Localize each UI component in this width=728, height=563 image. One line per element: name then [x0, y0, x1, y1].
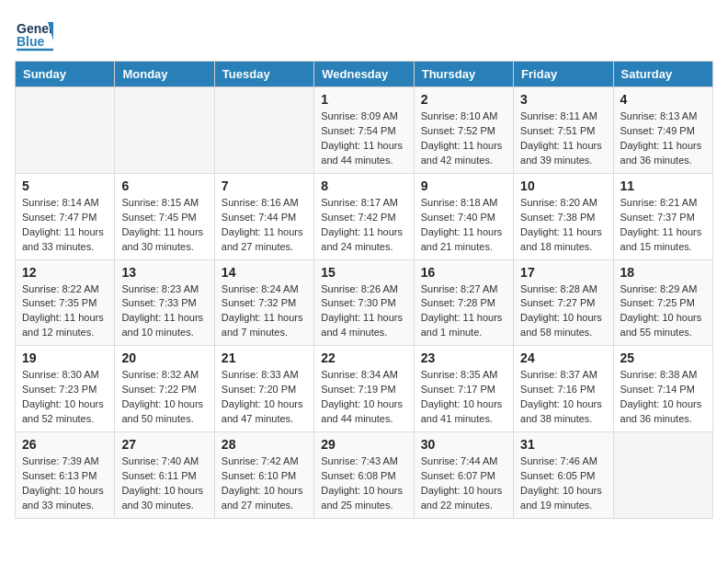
- day-number: 28: [222, 437, 307, 452]
- day-info: Sunrise: 8:11 AMSunset: 7:51 PMDaylight:…: [520, 109, 606, 168]
- calendar-cell: 6Sunrise: 8:15 AMSunset: 7:45 PMDaylight…: [115, 173, 214, 259]
- day-number: 13: [121, 265, 207, 280]
- day-number: 19: [22, 350, 108, 365]
- logo-icon: General Blue: [15, 15, 53, 53]
- day-info: Sunrise: 8:32 AMSunset: 7:22 PMDaylight:…: [121, 368, 207, 427]
- day-number: 14: [222, 265, 307, 280]
- header-day-tuesday: Tuesday: [214, 62, 313, 87]
- calendar-cell: 27Sunrise: 7:40 AMSunset: 6:11 PMDayligh…: [115, 432, 214, 519]
- day-info: Sunrise: 7:43 AMSunset: 6:08 PMDaylight:…: [321, 454, 406, 513]
- day-info: Sunrise: 8:38 AMSunset: 7:14 PMDaylight:…: [620, 368, 706, 427]
- day-number: 31: [520, 437, 606, 452]
- calendar-cell: [16, 87, 115, 174]
- day-number: 18: [620, 265, 706, 280]
- calendar-table: SundayMondayTuesdayWednesdayThursdayFrid…: [15, 61, 713, 519]
- page-header: General Blue: [15, 15, 713, 53]
- header-day-wednesday: Wednesday: [314, 62, 414, 87]
- day-number: 10: [520, 178, 606, 193]
- day-number: 20: [121, 350, 207, 365]
- day-number: 9: [421, 178, 506, 193]
- calendar-cell: 20Sunrise: 8:32 AMSunset: 7:22 PMDayligh…: [115, 346, 214, 432]
- day-info: Sunrise: 8:23 AMSunset: 7:33 PMDaylight:…: [121, 282, 207, 341]
- day-number: 17: [520, 265, 606, 280]
- day-number: 2: [421, 92, 506, 107]
- calendar-cell: 7Sunrise: 8:16 AMSunset: 7:44 PMDaylight…: [214, 173, 313, 259]
- calendar-cell: 16Sunrise: 8:27 AMSunset: 7:28 PMDayligh…: [414, 259, 513, 346]
- calendar-cell: 19Sunrise: 8:30 AMSunset: 7:23 PMDayligh…: [16, 346, 115, 432]
- day-info: Sunrise: 8:10 AMSunset: 7:52 PMDaylight:…: [421, 109, 506, 168]
- day-info: Sunrise: 8:29 AMSunset: 7:25 PMDaylight:…: [620, 282, 706, 341]
- day-info: Sunrise: 7:39 AMSunset: 6:13 PMDaylight:…: [22, 454, 108, 513]
- calendar-cell: 23Sunrise: 8:35 AMSunset: 7:17 PMDayligh…: [414, 346, 513, 432]
- calendar-cell: 12Sunrise: 8:22 AMSunset: 7:35 PMDayligh…: [16, 259, 115, 346]
- calendar-cell: [115, 87, 214, 174]
- day-info: Sunrise: 8:13 AMSunset: 7:49 PMDaylight:…: [620, 109, 706, 168]
- calendar-cell: [214, 87, 313, 174]
- week-row-3: 12Sunrise: 8:22 AMSunset: 7:35 PMDayligh…: [16, 259, 713, 346]
- calendar-cell: 5Sunrise: 8:14 AMSunset: 7:47 PMDaylight…: [16, 173, 115, 259]
- day-info: Sunrise: 8:26 AMSunset: 7:30 PMDaylight:…: [321, 282, 406, 341]
- day-info: Sunrise: 8:09 AMSunset: 7:54 PMDaylight:…: [321, 109, 406, 168]
- day-number: 21: [222, 350, 307, 365]
- calendar-cell: 3Sunrise: 8:11 AMSunset: 7:51 PMDaylight…: [514, 87, 613, 174]
- day-info: Sunrise: 8:17 AMSunset: 7:42 PMDaylight:…: [321, 196, 406, 255]
- calendar-cell: 14Sunrise: 8:24 AMSunset: 7:32 PMDayligh…: [214, 259, 313, 346]
- day-number: 8: [321, 178, 406, 193]
- day-number: 25: [620, 350, 706, 365]
- calendar-cell: 4Sunrise: 8:13 AMSunset: 7:49 PMDaylight…: [613, 87, 712, 174]
- header-day-monday: Monday: [115, 62, 214, 87]
- day-number: 23: [421, 350, 506, 365]
- day-number: 29: [321, 437, 406, 452]
- day-number: 11: [620, 178, 706, 193]
- calendar-cell: 9Sunrise: 8:18 AMSunset: 7:40 PMDaylight…: [414, 173, 513, 259]
- day-info: Sunrise: 8:28 AMSunset: 7:27 PMDaylight:…: [520, 282, 606, 341]
- calendar-cell: 10Sunrise: 8:20 AMSunset: 7:38 PMDayligh…: [514, 173, 613, 259]
- calendar-cell: 30Sunrise: 7:44 AMSunset: 6:07 PMDayligh…: [414, 432, 513, 519]
- calendar-cell: 26Sunrise: 7:39 AMSunset: 6:13 PMDayligh…: [16, 432, 115, 519]
- day-info: Sunrise: 8:24 AMSunset: 7:32 PMDaylight:…: [222, 282, 307, 341]
- day-info: Sunrise: 8:34 AMSunset: 7:19 PMDaylight:…: [321, 368, 406, 427]
- calendar-cell: 28Sunrise: 7:42 AMSunset: 6:10 PMDayligh…: [214, 432, 313, 519]
- svg-text:Blue: Blue: [17, 34, 45, 49]
- calendar-cell: [613, 432, 712, 519]
- header-day-saturday: Saturday: [613, 62, 712, 87]
- day-number: 30: [421, 437, 506, 452]
- day-number: 22: [321, 350, 406, 365]
- day-number: 6: [121, 178, 207, 193]
- day-number: 16: [421, 265, 506, 280]
- day-info: Sunrise: 8:15 AMSunset: 7:45 PMDaylight:…: [121, 196, 207, 255]
- week-row-1: 1Sunrise: 8:09 AMSunset: 7:54 PMDaylight…: [16, 87, 713, 174]
- header-day-thursday: Thursday: [414, 62, 513, 87]
- day-info: Sunrise: 8:30 AMSunset: 7:23 PMDaylight:…: [22, 368, 108, 427]
- calendar-cell: 8Sunrise: 8:17 AMSunset: 7:42 PMDaylight…: [314, 173, 414, 259]
- day-info: Sunrise: 8:27 AMSunset: 7:28 PMDaylight:…: [421, 282, 506, 341]
- logo: General Blue: [15, 15, 53, 53]
- calendar-cell: 1Sunrise: 8:09 AMSunset: 7:54 PMDaylight…: [314, 87, 414, 174]
- day-info: Sunrise: 7:44 AMSunset: 6:07 PMDaylight:…: [421, 454, 506, 513]
- day-number: 3: [520, 92, 606, 107]
- calendar-cell: 11Sunrise: 8:21 AMSunset: 7:37 PMDayligh…: [613, 173, 712, 259]
- day-info: Sunrise: 8:18 AMSunset: 7:40 PMDaylight:…: [421, 196, 506, 255]
- day-number: 4: [620, 92, 706, 107]
- day-info: Sunrise: 8:20 AMSunset: 7:38 PMDaylight:…: [520, 196, 606, 255]
- day-info: Sunrise: 8:35 AMSunset: 7:17 PMDaylight:…: [421, 368, 506, 427]
- calendar-cell: 17Sunrise: 8:28 AMSunset: 7:27 PMDayligh…: [514, 259, 613, 346]
- day-number: 5: [22, 178, 108, 193]
- day-number: 26: [22, 437, 108, 452]
- calendar-cell: 29Sunrise: 7:43 AMSunset: 6:08 PMDayligh…: [314, 432, 414, 519]
- calendar-cell: 24Sunrise: 8:37 AMSunset: 7:16 PMDayligh…: [514, 346, 613, 432]
- day-info: Sunrise: 8:22 AMSunset: 7:35 PMDaylight:…: [22, 282, 108, 341]
- day-info: Sunrise: 8:16 AMSunset: 7:44 PMDaylight:…: [222, 196, 307, 255]
- calendar-cell: 18Sunrise: 8:29 AMSunset: 7:25 PMDayligh…: [613, 259, 712, 346]
- calendar-cell: 13Sunrise: 8:23 AMSunset: 7:33 PMDayligh…: [115, 259, 214, 346]
- calendar-cell: 15Sunrise: 8:26 AMSunset: 7:30 PMDayligh…: [314, 259, 414, 346]
- header-day-friday: Friday: [514, 62, 613, 87]
- calendar-cell: 31Sunrise: 7:46 AMSunset: 6:05 PMDayligh…: [514, 432, 613, 519]
- week-row-5: 26Sunrise: 7:39 AMSunset: 6:13 PMDayligh…: [16, 432, 713, 519]
- calendar-cell: 22Sunrise: 8:34 AMSunset: 7:19 PMDayligh…: [314, 346, 414, 432]
- week-row-4: 19Sunrise: 8:30 AMSunset: 7:23 PMDayligh…: [16, 346, 713, 432]
- day-info: Sunrise: 7:40 AMSunset: 6:11 PMDaylight:…: [121, 454, 207, 513]
- day-info: Sunrise: 7:42 AMSunset: 6:10 PMDaylight:…: [222, 454, 307, 513]
- day-info: Sunrise: 8:33 AMSunset: 7:20 PMDaylight:…: [222, 368, 307, 427]
- calendar-cell: 25Sunrise: 8:38 AMSunset: 7:14 PMDayligh…: [613, 346, 712, 432]
